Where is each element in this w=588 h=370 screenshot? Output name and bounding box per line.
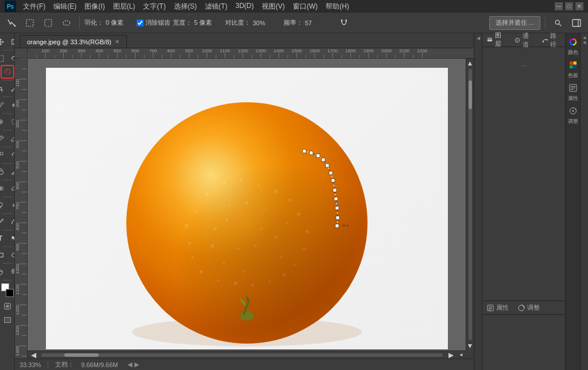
properties-icon <box>487 305 494 311</box>
scrollbar-h-track[interactable] <box>41 353 443 357</box>
menu-view[interactable]: 视图(V) <box>260 1 287 13</box>
tool-spot-heal[interactable] <box>0 115 7 128</box>
tool-eraser[interactable] <box>0 165 7 178</box>
tool-artboard[interactable] <box>8 36 16 48</box>
layers-tab[interactable]: 图层 <box>482 33 510 47</box>
freq-value: 57 <box>305 20 334 26</box>
scroll-down-button[interactable]: ▼ <box>467 341 474 350</box>
svg-rect-8 <box>572 20 581 26</box>
menu-bar: 文件(F) 编辑(E) 图像(I) 图层(L) 文字(T) 选择(S) 滤镜(T… <box>21 1 351 13</box>
panel-toggle-button[interactable] <box>568 15 585 31</box>
menu-file[interactable]: 文件(F) <box>21 1 48 13</box>
tb-sep12 <box>2 246 13 247</box>
collapse-left-button[interactable]: ◀ <box>477 36 480 41</box>
tool-magnetic-lasso[interactable] <box>1 65 14 78</box>
tool-pen[interactable] <box>0 215 7 228</box>
menu-image[interactable]: 图像(I) <box>82 1 107 13</box>
svg-rect-5 <box>346 20 347 21</box>
tool-ellipse[interactable] <box>8 249 16 261</box>
tool-patch[interactable] <box>8 115 16 128</box>
scrollbar-horizontal[interactable]: ◀ ▶ ◄ <box>28 350 466 359</box>
properties-tab[interactable]: 属性 <box>482 301 513 314</box>
scrollbar-v-track[interactable] <box>469 69 472 340</box>
svg-rect-79 <box>310 151 313 155</box>
tool-freeform-pen[interactable] <box>8 215 16 228</box>
scroll-nav-button[interactable]: ◄ <box>457 352 466 359</box>
menu-layer[interactable]: 图层(L) <box>111 1 138 13</box>
tool-move[interactable] <box>0 36 7 48</box>
tab-close-button[interactable]: ✕ <box>115 38 119 45</box>
tool-dodge[interactable] <box>0 199 7 211</box>
svg-rect-83 <box>329 171 332 175</box>
properties-panel-icon-btn[interactable] <box>567 82 579 94</box>
tool-rect-shape[interactable] <box>0 249 7 261</box>
tool-pencil[interactable] <box>8 132 16 145</box>
maximize-button[interactable]: □ <box>565 2 573 10</box>
tool-history-brush[interactable] <box>8 149 16 161</box>
scrollbar-v-thumb[interactable] <box>469 80 472 109</box>
tool-pair-clone <box>0 149 15 161</box>
toolbar-icon3[interactable] <box>40 15 56 31</box>
svg-rect-80 <box>316 154 320 157</box>
tool-paint-bucket[interactable] <box>8 182 16 195</box>
menu-filter[interactable]: 滤镜(T) <box>203 1 230 13</box>
tool-smudge[interactable]: ※ <box>8 199 16 211</box>
tab-orange[interactable]: orange.jpeg @ 33.3%(RGB/8) ✕ <box>20 35 127 48</box>
magnet-icon-btn[interactable] <box>336 15 352 31</box>
tool-text[interactable]: T <box>0 232 7 245</box>
tool-path-select[interactable] <box>8 232 16 245</box>
quick-mask-button[interactable] <box>1 300 14 313</box>
canvas-scroll-area[interactable]: +○ <box>28 59 466 350</box>
minimize-button[interactable]: — <box>555 2 563 10</box>
tool-zoom[interactable] <box>8 265 16 278</box>
paths-tab[interactable]: 路径 <box>537 33 565 47</box>
toolbar-rect-select[interactable] <box>22 15 38 31</box>
scrollbar-h-thumb[interactable] <box>64 353 99 357</box>
tool-clone-stamp[interactable] <box>0 149 7 161</box>
photo-canvas: +○ <box>46 68 448 349</box>
screen-mode-button[interactable] <box>1 314 14 326</box>
channels-tab[interactable]: 通道 <box>510 33 537 47</box>
tool-crop[interactable] <box>0 82 7 95</box>
search-button[interactable] <box>550 15 566 31</box>
scroll-left-button[interactable]: ◀ <box>28 352 39 359</box>
menu-3d[interactable]: 3D(D) <box>233 1 256 13</box>
adjustments-tab[interactable]: 调整 <box>513 301 544 314</box>
svg-rect-12 <box>0 56 3 61</box>
scroll-right-button[interactable]: ▶ <box>445 352 457 359</box>
tool-color-sample[interactable]: ✤ <box>8 99 16 111</box>
svg-rect-84 <box>331 179 335 182</box>
toolbar-tool-icon1[interactable] <box>3 15 20 31</box>
tool-gradient[interactable] <box>0 182 7 195</box>
color-panel-icon-btn[interactable] <box>567 36 579 48</box>
background-color[interactable] <box>6 289 14 297</box>
tool-eyedropper[interactable] <box>0 99 7 111</box>
tool-lasso[interactable] <box>8 52 16 65</box>
menu-text[interactable]: 文字(T) <box>141 1 168 13</box>
scroll-next[interactable]: ▶ <box>134 361 139 368</box>
menu-edit[interactable]: 编辑(E) <box>51 1 79 13</box>
scrollbar-vertical[interactable]: ▲ ▼ <box>466 59 474 350</box>
width-value: 5 像素 <box>194 18 223 27</box>
tool-brush[interactable] <box>0 132 7 145</box>
scroll-up-button[interactable]: ▲ <box>467 59 474 68</box>
antialias-checkbox[interactable] <box>137 20 144 26</box>
color-swatches[interactable] <box>1 283 14 297</box>
collapse-right-button[interactable]: ◀◀ <box>582 36 587 45</box>
select-mask-button[interactable]: 选择并遮住 ... <box>489 16 540 30</box>
toolbar-icon4[interactable] <box>59 15 75 31</box>
menu-help[interactable]: 帮助(H) <box>323 1 351 13</box>
adjustments-panel-icon-btn[interactable] <box>567 105 579 117</box>
tool-hand[interactable] <box>0 265 7 278</box>
tool-pair-heal <box>0 115 15 128</box>
close-button[interactable]: ✕ <box>575 2 583 10</box>
tool-rect-marquee[interactable] <box>0 52 7 65</box>
svg-rect-105 <box>573 61 577 65</box>
menu-select[interactable]: 选择(S) <box>172 1 199 13</box>
content-area: orange.jpeg @ 33.3%(RGB/8) ✕ <box>15 33 474 370</box>
scroll-prev[interactable]: ◀ <box>127 361 132 368</box>
swatches-panel-icon-btn[interactable] <box>567 59 579 71</box>
menu-window[interactable]: 窗口(W) <box>291 1 320 13</box>
tool-bg-eraser[interactable] <box>8 165 16 178</box>
tool-measure[interactable] <box>8 82 16 95</box>
